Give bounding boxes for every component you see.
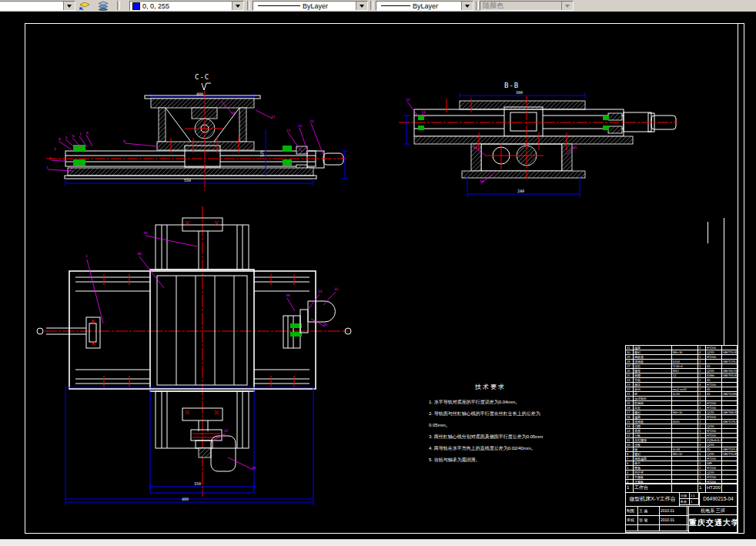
qty-value: 1	[690, 499, 699, 505]
tech-line: 3. 两丝杠轴心线分别对底面及侧面平行度公差为0.05mm	[429, 431, 617, 443]
school-name: 重庆交通大学	[689, 515, 737, 531]
tech-lines: 1. 水平导轨对底座的平行度误差为0.04mm。2. 导轨面与丝杠轴心线的平行度…	[429, 397, 617, 466]
checker-date: 2010.01	[660, 516, 687, 524]
tech-line: 2. 导轨面与丝杠轴心线的平行度在丝杠全长上的公差为	[429, 408, 617, 420]
drafter-label: 制图	[626, 507, 638, 515]
empty-cell	[626, 525, 638, 531]
scale-qty-grid: 比例 1:1 数量 1	[680, 493, 700, 506]
color-value: 0, 0, 255	[140, 2, 169, 10]
tech-title: 技术要求	[475, 383, 617, 391]
lineweight-combo[interactable]: ByLayer	[376, 1, 473, 11]
leader-label: 1	[85, 254, 88, 258]
toolbar-separator	[117, 1, 120, 10]
make-object-layer-current-icon[interactable]	[78, 0, 92, 11]
leader-label: 3	[54, 147, 56, 151]
tech-line: 0.05mm。	[429, 420, 617, 431]
scale-label: 比例	[680, 493, 690, 499]
leader-label: 2	[49, 156, 52, 160]
bom-cell	[722, 484, 737, 492]
drawing-canvas[interactable]: C-C 400	[0, 12, 756, 539]
department: 机电系 三班	[689, 507, 737, 515]
empty-cell	[638, 525, 660, 531]
color-combo[interactable]: 0, 0, 255	[129, 1, 244, 11]
leader-label: 37	[224, 429, 229, 433]
leader-label: 34	[286, 293, 290, 297]
cc-leader-labels: 1234567891011212223	[46, 111, 314, 169]
cad-window: 0, 0, 255 ByLayer ByLayer 随颜色	[0, 0, 756, 546]
leader-label: 39	[143, 231, 148, 235]
titleblock-org: 机电系 三班 重庆交通大学	[689, 507, 737, 532]
checker-name: 张 敏	[638, 516, 660, 524]
linetype-combo[interactable]: ByLayer	[253, 1, 368, 11]
leader-label: 14	[473, 146, 477, 149]
drawing-number: D6490215-04	[700, 493, 737, 506]
bom-cell: 1	[698, 484, 706, 492]
object-properties-toolbar: 0, 0, 255 ByLayer ByLayer 随颜色	[0, 0, 756, 12]
leader-label: 8	[86, 131, 89, 135]
dim-label: 150	[194, 481, 201, 486]
plotstyle-combo: 随颜色	[480, 1, 574, 11]
tech-line: 4. 两导轨在水平方向上的直线度公差为0.02/40mm。	[429, 443, 617, 454]
layer-previous-icon[interactable]	[96, 0, 110, 11]
toolbar-separator	[247, 1, 250, 10]
chevron-down-icon[interactable]	[232, 2, 243, 10]
titleblock-bottom: 制图 王 鑫 2010.01 审核 张 敏 2010.01 机电系 三班 重庆交…	[625, 507, 738, 533]
leader-label: 10	[231, 111, 236, 115]
view-section-cc: C-C 400	[46, 73, 348, 191]
leader-label: 4	[59, 137, 61, 141]
bom-cell: 1	[626, 484, 634, 492]
bom-cell: 工作台	[634, 484, 672, 492]
leader-label: 16	[480, 179, 484, 183]
checker-label: 审核	[626, 516, 638, 524]
chevron-down-icon[interactable]	[356, 2, 367, 10]
leader-label: 15	[573, 146, 577, 149]
drafter-name: 王 鑫	[638, 507, 660, 515]
leader-label: 22	[298, 124, 303, 128]
linetype-value: ByLayer	[300, 2, 328, 10]
chevron-down-icon[interactable]	[461, 2, 473, 10]
drawing-title: 微型机床X-Y工作台	[626, 493, 680, 506]
leader-label: 36	[252, 466, 256, 470]
leader-label: 7	[79, 132, 82, 136]
leader-label: 6	[72, 134, 75, 138]
leader-label: 5	[65, 136, 68, 139]
titleblock-title-row: 微型机床X-Y工作台 比例 1:1 数量 1 D6490215-04	[625, 493, 738, 507]
section-label: C-C	[195, 73, 209, 81]
leader-label: 1	[46, 166, 49, 169]
bom-table: 31端盖1HT20030螺钉M6×164Q235GB/T70-8529轴承座1H…	[625, 345, 738, 484]
dim-label: 240	[517, 189, 524, 193]
leader-label: 9	[123, 139, 125, 143]
leader-label: 21	[286, 129, 291, 132]
tech-line: 1. 水平导轨对底座的平行度误差为0.04mm。	[429, 397, 617, 408]
leader-label: 11	[271, 115, 276, 119]
view-section-bb: B-B 300	[399, 82, 677, 197]
surface-roughness-icon	[202, 83, 211, 90]
chevron-down-icon[interactable]	[63, 2, 75, 10]
leader-label: 38	[137, 252, 142, 256]
linetype-sample-icon	[258, 5, 300, 6]
titleblock-signatures: 制图 王 鑫 2010.01 审核 张 敏 2010.01	[626, 507, 689, 532]
scale-value: 1:1	[690, 493, 699, 499]
color-swatch-icon	[132, 2, 140, 10]
leader-label: 13	[421, 110, 426, 114]
tech-line: 5. 齿轮与轴承为脂润滑。	[429, 454, 617, 466]
technical-requirements: 技术要求 1. 水平导轨对底座的平行度误差为0.04mm。2. 导轨面与丝杠轴心…	[429, 383, 617, 466]
layer-combo[interactable]	[0, 1, 75, 11]
qty-label: 数量	[680, 499, 690, 505]
chevron-down-icon	[561, 2, 573, 10]
plotstyle-value: 随颜色	[480, 1, 503, 11]
drafter-date: 2010.01	[660, 507, 687, 515]
section-label: B-B	[504, 82, 519, 89]
empty-cell	[660, 525, 687, 531]
bom-cell	[672, 484, 698, 492]
lineweight-value: ByLayer	[410, 2, 438, 10]
leader-label: 32	[334, 287, 339, 291]
bom-row-worktable: 1 工作台 1 HT200	[625, 484, 738, 493]
dim-label: 550	[184, 178, 191, 183]
toolbar-separator	[476, 1, 479, 10]
leader-label: 33	[318, 290, 323, 293]
dim-label: 125	[259, 150, 264, 157]
lineweight-sample-icon	[381, 5, 410, 6]
bom-cell: HT200	[706, 484, 722, 492]
dim-label: 300	[516, 90, 523, 95]
